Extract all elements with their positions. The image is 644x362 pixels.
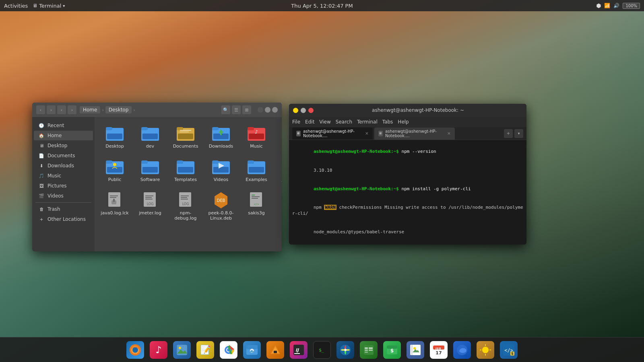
term-menu-tabs[interactable]: Tabs: [382, 119, 393, 125]
term-tab-2[interactable]: 🖥 ashenwgt@ashenwgt-HP-Notebook.... ×: [374, 128, 455, 140]
term-maximize-button[interactable]: [301, 108, 306, 113]
dock-terminal[interactable]: $_: [312, 339, 332, 360]
dock-calendar[interactable]: JUL17: [428, 339, 449, 360]
svg-rect-40: [249, 167, 264, 173]
terminal-menu-button[interactable]: 🖥 Terminal ▾: [33, 3, 65, 9]
svg-rect-51: [113, 199, 115, 202]
indicator-icon: ⬢: [596, 2, 601, 9]
term-minimize-button[interactable]: [293, 108, 298, 113]
term-menu-help[interactable]: Help: [398, 119, 409, 125]
dock-intellij[interactable]: IJ: [288, 339, 309, 360]
dock-finder[interactable]: 🐟: [242, 339, 262, 360]
fm-search-button[interactable]: 🔍: [221, 105, 230, 114]
sidebar-item-music[interactable]: 🎵 Music: [34, 171, 93, 181]
term-close-button[interactable]: [308, 108, 314, 113]
fm-maximize-button[interactable]: [265, 107, 270, 113]
tab2-close[interactable]: ×: [447, 131, 451, 136]
fm-breadcrumb-separator: ›: [102, 107, 103, 113]
examples-folder-icon: [247, 157, 266, 175]
file-icon-pictures[interactable]: Pictures: [276, 121, 282, 151]
fm-close-button[interactable]: [272, 107, 278, 113]
dock-edge[interactable]: [452, 339, 473, 360]
sidebar-item-desktop[interactable]: 🖥 Desktop: [34, 141, 93, 150]
file-icon-public[interactable]: Public: [99, 154, 131, 185]
term-new-tab-button[interactable]: +: [504, 129, 513, 138]
term-menu-view[interactable]: View: [319, 119, 330, 125]
fm-forward-button[interactable]: ›: [47, 105, 56, 114]
sidebar-item-documents[interactable]: 📄 Documents: [34, 151, 93, 160]
dock-firefox[interactable]: [125, 339, 146, 360]
fm-breadcrumb-home[interactable]: Home: [80, 106, 100, 113]
dock-music[interactable]: ♪: [148, 339, 169, 360]
fm-toolbar-right: 🔍 ☰ ⊞: [221, 105, 278, 114]
term-menu-file[interactable]: File: [292, 119, 300, 125]
file-icon-examples[interactable]: Examples: [240, 154, 272, 185]
fm-back-button[interactable]: ‹: [36, 105, 45, 114]
file-icon-npmdebuglog[interactable]: LOG npm-debug.log: [169, 188, 202, 223]
file-icon-downloads[interactable]: Downloads: [205, 121, 237, 151]
fm-up-button[interactable]: ‹: [57, 105, 66, 114]
file-icon-templates[interactable]: Templates: [169, 154, 202, 185]
sidebar-item-videos[interactable]: 🎬 Videos: [34, 191, 93, 201]
sidebar-item-trash[interactable]: 🗑 Trash: [34, 204, 93, 214]
activities-button[interactable]: Activities: [4, 3, 28, 9]
term-line-warn-1: npm WARN checkPermissions Missing write …: [292, 198, 523, 223]
svg-rect-30: [142, 167, 158, 173]
sidebar-item-home[interactable]: 🏠 Home: [34, 131, 93, 140]
dock-code[interactable]: </>$: [498, 339, 519, 360]
topbar-right: ⬢ 📶 🔊 100%: [596, 2, 640, 9]
fm-minimize-button[interactable]: [258, 107, 263, 113]
svg-rect-12: [212, 127, 219, 130]
fm-breadcrumb-end: ›: [133, 107, 135, 113]
tab1-close[interactable]: ×: [365, 131, 369, 136]
dock-numbers[interactable]: [358, 339, 379, 360]
file-icon-sakis3g[interactable]: </> sakis3g: [240, 188, 272, 223]
sidebar-item-pictures[interactable]: 🖼 Pictures: [34, 181, 93, 191]
fm-list-view-button[interactable]: ☰: [232, 105, 241, 114]
svg-text:$: $: [511, 352, 514, 356]
term-content[interactable]: ashenwgt@ashenwgt-HP-Notebook:~$ npm --v…: [289, 140, 526, 245]
sidebar-item-downloads[interactable]: ⬇ Downloads: [34, 161, 93, 171]
documents-icon: 📄: [39, 153, 44, 158]
term-menu-terminal[interactable]: Terminal: [357, 119, 378, 125]
file-icon-desktop[interactable]: Desktop: [99, 121, 131, 151]
dock-money[interactable]: $: [382, 339, 402, 360]
topbar-left: Activities 🖥 Terminal ▾: [4, 3, 65, 9]
videos-folder-icon: [212, 157, 230, 175]
file-icon-java0log[interactable]: LOG java0.log: [276, 154, 282, 185]
sidebar-item-recent[interactable]: 🕐 Recent: [34, 121, 93, 130]
downloads-icon: ⬇: [39, 163, 44, 169]
file-icon-jmeterlog[interactable]: LOG jmeter.log: [134, 188, 166, 223]
file-icon-music[interactable]: ♪ Music: [240, 121, 272, 151]
svg-rect-8: [178, 134, 193, 139]
file-icon-peek-deb[interactable]: DEB peek-0.8.0-Linux.deb: [205, 188, 237, 223]
dock-preview[interactable]: [405, 339, 426, 360]
fm-location-bar: Home › Desktop ›: [80, 106, 218, 113]
dock-sticky-notes[interactable]: 📝: [195, 339, 216, 360]
file-icon-software[interactable]: Software: [134, 154, 166, 185]
svg-rect-87: [294, 353, 300, 354]
term-menu-edit[interactable]: Edit: [305, 119, 314, 125]
svg-rect-55: [145, 199, 153, 200]
dock-vlc[interactable]: [265, 339, 286, 360]
dock-krita[interactable]: [335, 339, 356, 360]
dock-redshift[interactable]: [475, 339, 496, 360]
dock-chrome[interactable]: [218, 339, 239, 360]
documents-folder-icon: [176, 123, 195, 142]
term-line-warn-2: npm WARN checkPermissions Missing write …: [292, 241, 523, 245]
file-icon-videos[interactable]: Videos: [205, 154, 237, 185]
term-tab-1[interactable]: 🖥 ashenwgt@ashenwgt-HP-Notebook.... ×: [292, 128, 373, 140]
file-icon-dev[interactable]: dev: [134, 121, 166, 151]
term-menu-button[interactable]: ▾: [514, 129, 523, 138]
term-menu-search[interactable]: Search: [336, 119, 352, 125]
dock-image-viewer[interactable]: [171, 339, 192, 360]
file-icon-java0loglck[interactable]: java0.log.lck: [99, 188, 131, 223]
java0loglck-icon: [105, 190, 124, 209]
file-icon-documents[interactable]: Documents: [169, 121, 202, 151]
fm-grid-view-button[interactable]: ⊞: [242, 105, 251, 114]
svg-rect-32: [177, 160, 183, 164]
fm-next-button[interactable]: ›: [68, 105, 76, 114]
sidebar-item-other-locations[interactable]: + Other Locations: [34, 214, 93, 224]
npmdebuglog-icon: LOG: [176, 190, 195, 209]
fm-breadcrumb-desktop[interactable]: Desktop: [105, 106, 132, 113]
